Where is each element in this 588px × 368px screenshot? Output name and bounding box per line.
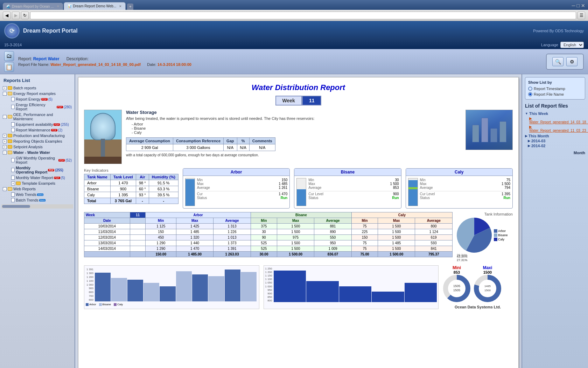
file-tree-item[interactable]: ▶ Water_Report_generated_14_03_18_00_00.… [529, 116, 585, 124]
doc-icon [11, 168, 15, 172]
pdf-badge: PDF [58, 159, 65, 162]
sidebar-item-maintenance[interactable]: Report Maintenance PDF (2) [1, 127, 73, 133]
water-storage-title: Water Storage [126, 110, 461, 115]
bar-chart-left: 1 391 1 300 1 200 1 100 1 000 900 800 70… [84, 265, 259, 309]
folder-icon [8, 145, 12, 149]
forward-button[interactable]: ▶ [12, 12, 20, 19]
report-name-line: Report: Report Water Description: [18, 56, 191, 61]
sidebar-item-production[interactable]: + Production and Manufacturing [1, 133, 73, 138]
count-badge: (2) [58, 128, 62, 132]
file-tree-section-2014-03[interactable]: ▶ 2014-03 [525, 139, 585, 143]
sidebar-item-energy-report-examples[interactable]: - Energy Report examples [1, 91, 73, 96]
sidebar-item-equipment[interactable]: Equipment availability PDF (255) [1, 122, 73, 127]
sidebar-item-batch-trends[interactable]: Batch Trends Web [1, 197, 73, 203]
mini-label: Mini [443, 265, 471, 270]
count-badge: (52) [65, 158, 72, 162]
folder-open-icon [8, 151, 12, 154]
data-section: Week 11 Arbor Bisane Caly Date Min Max A… [84, 212, 513, 262]
sidebar-item-templates[interactable]: + Template Exampels [1, 180, 73, 186]
tab-favicon-active: 📊 [68, 4, 72, 8]
tab-label: Dream Report by Ocean ... [12, 5, 54, 8]
svg-text:1500: 1500 [484, 289, 491, 292]
water-bullet-bisane: - Bisane [132, 126, 461, 130]
radio-option-timestamp[interactable]: Report Timestamp [528, 87, 582, 91]
sidebar-item-batch-reports[interactable]: + Batch reports [1, 85, 73, 91]
expand-icon: ▶ [528, 144, 530, 148]
language-select[interactable]: English [560, 42, 584, 48]
browser-menu-button[interactable]: ☰ [578, 12, 585, 19]
zoom-in-button[interactable]: ⚙ [566, 57, 578, 66]
report-top-section: Water Storage After being treated, the w… [84, 110, 513, 164]
folder-icon [8, 134, 12, 137]
folder-open-icon [8, 115, 12, 118]
window-minimize-icon[interactable]: ─ [572, 3, 575, 8]
sidebar-item-report-energy[interactable]: Report Energy PDF (5) [1, 96, 73, 102]
expander-icon: - [3, 92, 7, 96]
sidebar-item-energy-efficiency[interactable]: Energy Efficiency Report PDF (280) [1, 102, 73, 112]
radio-option-filename[interactable]: Report File Name [528, 92, 582, 96]
file-tree-section-2014-02[interactable]: ▶ 2014-02 [525, 144, 585, 148]
sidebar-item-reporting-objects[interactable]: + Reporting Objects Examples [1, 138, 73, 144]
report-doc-title: Water Distribution Report [84, 83, 513, 92]
sidebar-label: Energy Efficiency Report [16, 103, 56, 111]
sidebar-item-web-reports[interactable]: - Web Reports [1, 186, 73, 192]
sidebar-label: Setpoint Analysis [13, 145, 43, 149]
report-name-value: Report Water [33, 56, 59, 61]
section-label: 2014-02 [531, 144, 545, 148]
sidebar-item-monthly-water[interactable]: Monthly Water Report PDF (5) [1, 175, 73, 180]
sidebar-item-gw-monthly[interactable]: GW Monthly Operating Report PDF (52) [1, 155, 73, 165]
file-tree-section-this-month[interactable]: ▶ This Month [525, 134, 585, 138]
sidebar-label: Report Maintenance [16, 128, 50, 132]
maxi-value: 1500 [474, 270, 502, 274]
pdf-badge: PDF [54, 177, 60, 179]
pdf-badge: PDF [41, 98, 48, 101]
content-area: Water Distribution Report Week 11 Water … [75, 74, 522, 368]
expand-icon: ▶ [528, 139, 530, 143]
water-tower-image [84, 110, 122, 164]
svg-text:1505: 1505 [453, 284, 460, 288]
window-maximize-icon[interactable]: □ [577, 3, 580, 8]
pdf-badge: PDF [48, 169, 54, 171]
tab-close-icon[interactable]: ✕ [57, 5, 59, 8]
water-storage-info: Water Storage After being treated, the w… [126, 110, 461, 164]
tab-close-active-icon[interactable]: ✕ [119, 5, 122, 8]
sidebar-item-oee[interactable]: - OEE, Performance and Maintenanc [1, 112, 73, 122]
sidebar-label: Web Reports [13, 187, 36, 191]
svg-text:1505: 1505 [453, 288, 460, 292]
sidebar-label: MonthlyOperating Report [16, 166, 47, 174]
sidebar-item-web-trends[interactable]: Web Trends Web [1, 192, 73, 197]
file-tree-section-this-week[interactable]: ▼ This Week [525, 111, 585, 116]
pdf-badge: PDF [57, 106, 63, 108]
sidebar-item-setpoint[interactable]: + Setpoint Analysis [1, 144, 73, 150]
month-label-area: Month [525, 151, 585, 155]
report-control-panel: 🔍 ⚙ [546, 54, 584, 70]
back-button[interactable]: ◀ [3, 12, 10, 19]
folder-icon [16, 182, 21, 185]
sidebar-item-water[interactable]: - Water - Waste Water [1, 150, 73, 155]
browser-tab-active[interactable]: 📊 Dream Report Demo Web... ✕ [64, 2, 126, 10]
expander-icon: + [11, 182, 15, 185]
sidebar-label: Monthly Water Report [16, 176, 53, 180]
address-bar[interactable]: odsdemo.dyndns-office.com [30, 12, 576, 19]
sidebar-scrollbar[interactable] [1, 204, 73, 209]
count-badge: (280) [64, 105, 72, 109]
sidebar-item-monthly-operating[interactable]: MonthlyOperating Report PDF (255) [1, 165, 73, 175]
reload-button[interactable]: ↻ [21, 12, 29, 19]
table-row: 14/03/2014 1 290 1 470 1 391 525 1 500 1… [84, 246, 453, 252]
file-tree-item[interactable]: ▶ Water_Report_generated_11_03_23_41_37.… [529, 125, 585, 132]
zoom-out-button[interactable]: 🔍 [552, 57, 564, 66]
table-row: 11/03/2014 150 1 485 1 226 30 1 500 890 … [84, 229, 453, 235]
window-close-icon[interactable]: ✕ [581, 3, 585, 8]
language-label: Language [541, 43, 558, 47]
tank-card-arbor: Arbor Min150 Max1 485 Average1 261 Cur1 … [183, 168, 290, 209]
tank-card-header-caly: Caly [406, 169, 512, 176]
svg-text:1485: 1485 [484, 285, 491, 288]
report-filename-line: Report File Name: Water_Report_generated… [18, 62, 191, 67]
expander-icon: - [3, 151, 7, 155]
week-bar: Week 11 [84, 96, 513, 105]
new-tab-button[interactable]: + [127, 4, 133, 10]
browser-tab-inactive[interactable]: 🌊 Dream Report by Ocean ... ✕ [3, 3, 63, 10]
doc-icon [11, 192, 15, 197]
expander-icon: + [3, 134, 7, 138]
doc-icon [11, 198, 15, 202]
